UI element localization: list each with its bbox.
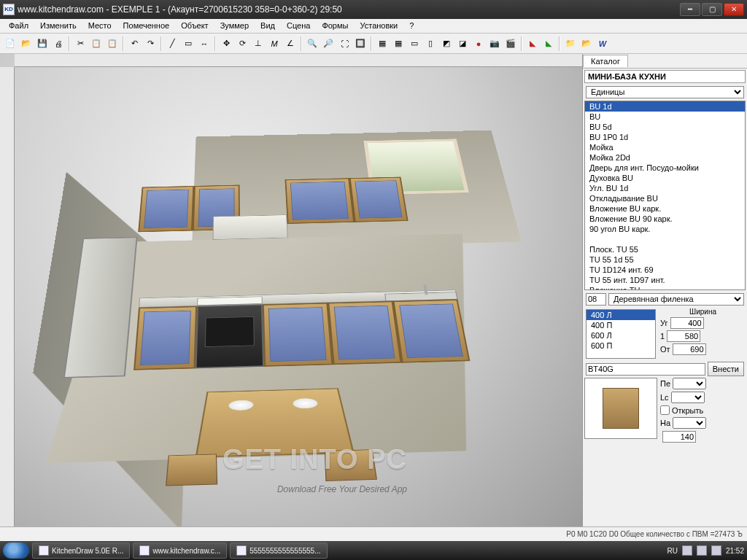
- line-icon[interactable]: ╱: [165, 36, 179, 51]
- menu-item[interactable]: Формы: [316, 19, 354, 33]
- rect-icon[interactable]: ▭: [181, 36, 196, 51]
- open-icon[interactable]: 📂: [19, 36, 34, 51]
- catalog-item[interactable]: TU 55 1d 55: [585, 254, 745, 265]
- catalog-item[interactable]: Откладывание BU: [585, 193, 745, 203]
- menu-item[interactable]: Место: [82, 19, 117, 33]
- catalog-item[interactable]: [585, 234, 745, 244]
- catalog-title[interactable]: МИНИ-БАЗА КУХНИ: [584, 70, 746, 83]
- perpendicular-icon[interactable]: ⊥: [251, 36, 266, 51]
- dim-input-ot[interactable]: [673, 343, 706, 355]
- catalog-item[interactable]: BU 1d: [585, 101, 745, 112]
- open-checkbox[interactable]: [660, 405, 670, 415]
- menu-item[interactable]: Файл: [3, 19, 34, 33]
- system-tray[interactable]: RU 21:52: [667, 545, 744, 556]
- menu-item[interactable]: Изменить: [34, 19, 82, 33]
- camera-icon[interactable]: 📷: [487, 36, 502, 51]
- menu-item[interactable]: Вид: [255, 19, 281, 33]
- 3d-viewport[interactable]: GET INTO PC Download Free Your Desired A…: [0, 54, 582, 541]
- catalog-item[interactable]: Духовка BU: [585, 173, 745, 183]
- clock[interactable]: 21:52: [726, 547, 744, 555]
- na-input[interactable]: [662, 431, 696, 443]
- style-code-input[interactable]: [586, 293, 606, 306]
- catalog-list[interactable]: BU 1dBUBU 5dBU 1P0 1dМойкаМойка 2DdДверь…: [584, 101, 746, 290]
- zoom-fit-icon[interactable]: ⛶: [337, 36, 352, 51]
- new-icon[interactable]: 📄: [3, 36, 18, 51]
- catalog-item[interactable]: Плоск. TU 55: [585, 244, 745, 254]
- catalog-item[interactable]: Вложение BU 90 карк.: [585, 214, 745, 224]
- lang-indicator[interactable]: RU: [667, 547, 678, 555]
- catalog-item[interactable]: 90 угол BU карк.: [585, 224, 745, 234]
- catalog-item[interactable]: Мойка 2Dd: [585, 152, 745, 163]
- w-icon[interactable]: W: [595, 36, 610, 51]
- size-item[interactable]: 400 Л: [587, 310, 655, 320]
- measure-icon[interactable]: M: [267, 36, 282, 51]
- zoom-window-icon[interactable]: 🔲: [353, 36, 368, 51]
- insert-button[interactable]: Внести: [708, 362, 744, 376]
- catalog-item[interactable]: BU: [585, 112, 745, 122]
- menu-item[interactable]: Установки: [354, 19, 403, 33]
- ruler-vertical[interactable]: [0, 67, 15, 541]
- catalog-item[interactable]: BU 5d: [585, 122, 745, 132]
- na-select[interactable]: [673, 417, 706, 429]
- units-select[interactable]: Единицы: [586, 86, 744, 98]
- ruler-horizontal[interactable]: [15, 54, 582, 67]
- lc-select[interactable]: [671, 392, 705, 403]
- arrow-icon[interactable]: ↔: [197, 36, 212, 51]
- tag-red-icon[interactable]: ◣: [525, 36, 540, 51]
- save-icon[interactable]: 💾: [35, 36, 50, 51]
- catalog-item[interactable]: Вложение TU: [585, 285, 745, 290]
- menu-item[interactable]: Объект: [175, 19, 214, 33]
- catalog-item[interactable]: TU 1D124 инт. 69: [585, 265, 745, 275]
- view-cube-icon[interactable]: ◩: [439, 36, 454, 51]
- size-item[interactable]: 600 Л: [587, 330, 655, 341]
- angle-icon[interactable]: ∠: [283, 36, 298, 51]
- view-side-icon[interactable]: ▯: [423, 36, 438, 51]
- redo-icon[interactable]: ↷: [143, 36, 158, 51]
- menu-item[interactable]: Сцена: [281, 19, 316, 33]
- dim-input-1[interactable]: [667, 330, 700, 342]
- catalog-item[interactable]: BU 1P0 1d: [585, 132, 745, 142]
- undo-icon[interactable]: ↶: [127, 36, 142, 51]
- view-tiles-icon[interactable]: ▦: [391, 36, 406, 51]
- start-button[interactable]: [3, 542, 29, 559]
- tray-icon[interactable]: [697, 545, 707, 556]
- tab-catalog[interactable]: Каталог: [583, 55, 628, 67]
- code-input[interactable]: [586, 363, 705, 376]
- move-icon[interactable]: ✥: [219, 36, 233, 51]
- minimize-button[interactable]: ━: [680, 3, 700, 16]
- dim-input-ug[interactable]: [670, 317, 704, 329]
- paste-icon[interactable]: 📋: [105, 36, 120, 51]
- close-button[interactable]: ✕: [724, 3, 744, 16]
- size-item[interactable]: 600 П: [587, 341, 655, 351]
- zoom-out-icon[interactable]: 🔎: [321, 36, 336, 51]
- movie-icon[interactable]: 🎬: [503, 36, 518, 51]
- folder-in-icon[interactable]: 📁: [563, 36, 578, 51]
- menu-item[interactable]: Помеченное: [117, 19, 176, 33]
- folder-out-icon[interactable]: 📂: [579, 36, 594, 51]
- size-item[interactable]: 400 П: [587, 320, 655, 330]
- tray-icon[interactable]: [682, 545, 692, 556]
- tag-green-icon[interactable]: ◣: [541, 36, 556, 51]
- rotate-icon[interactable]: ⟳: [235, 36, 249, 51]
- size-list[interactable]: 400 Л400 П600 Л600 П: [586, 309, 656, 359]
- view-top-icon[interactable]: ▦: [375, 36, 390, 51]
- catalog-item[interactable]: Мойка: [585, 142, 745, 152]
- menu-item[interactable]: ?: [403, 19, 419, 33]
- taskbar-button[interactable]: KitchenDraw 5.0E R...: [32, 542, 130, 559]
- zoom-in-icon[interactable]: 🔍: [305, 36, 320, 51]
- catalog-item[interactable]: Угл. BU 1d: [585, 183, 745, 193]
- catalog-item[interactable]: Вложение BU карк.: [585, 203, 745, 214]
- copy-icon[interactable]: 📋: [89, 36, 104, 51]
- catalog-item[interactable]: TU 55 инт. 1D97 инт.: [585, 275, 745, 285]
- view-sphere-icon[interactable]: ●: [471, 36, 486, 51]
- volume-icon[interactable]: [711, 545, 721, 556]
- catalog-item[interactable]: Дверь для инт. Посудо-мойки: [585, 163, 745, 173]
- pe-select[interactable]: [673, 378, 706, 389]
- view-3d-icon[interactable]: ◪: [455, 36, 470, 51]
- maximize-button[interactable]: ▢: [702, 3, 722, 16]
- taskbar-button[interactable]: 5555555555555555...: [230, 542, 327, 559]
- style-select[interactable]: Деревянная филенка: [608, 293, 744, 306]
- taskbar-button[interactable]: www.kitchendraw.c...: [133, 542, 227, 559]
- menu-item[interactable]: Зуммер: [214, 19, 255, 33]
- cut-icon[interactable]: ✂: [73, 36, 88, 51]
